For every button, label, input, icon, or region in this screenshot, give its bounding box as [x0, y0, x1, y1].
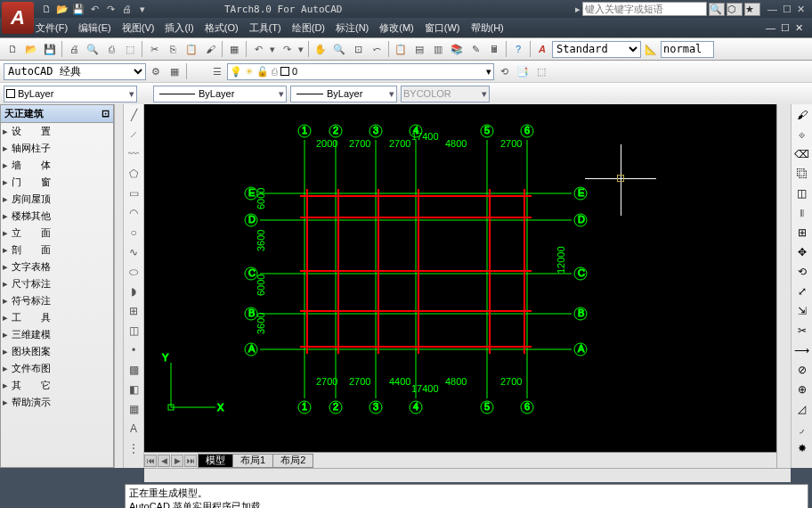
dcenter-icon[interactable]: ▤: [410, 40, 428, 58]
app-logo[interactable]: A: [2, 2, 34, 34]
tree-item[interactable]: ▸门 窗: [1, 174, 113, 191]
spline-icon[interactable]: ∿: [125, 243, 142, 261]
pline-icon[interactable]: 〰: [125, 145, 142, 163]
quickcalc-icon[interactable]: 🖩: [485, 40, 503, 58]
save-icon[interactable]: 💾: [71, 2, 85, 16]
rect-icon[interactable]: ▭: [125, 184, 142, 202]
tab-layout1[interactable]: 布局1: [232, 454, 273, 468]
minimize-button[interactable]: —: [767, 4, 777, 15]
zoom-rt-icon[interactable]: 🔍: [330, 40, 348, 58]
layer-state-icon[interactable]: 📑: [514, 62, 532, 80]
layer-props-icon[interactable]: ☰: [208, 62, 226, 80]
layer-iso-icon[interactable]: ⬚: [532, 62, 550, 80]
xline-icon[interactable]: ⟋: [125, 126, 142, 143]
fillet-icon[interactable]: ◞: [793, 420, 811, 438]
line-icon[interactable]: ╱: [125, 106, 142, 124]
canvas-vscroll[interactable]: [776, 104, 791, 468]
menu-dim[interactable]: 标注(N): [336, 21, 369, 35]
pan-icon[interactable]: ✋: [312, 40, 329, 58]
maximize-button[interactable]: ☐: [783, 4, 792, 15]
array-icon[interactable]: ⊞: [793, 224, 811, 242]
region-icon[interactable]: ◧: [125, 381, 142, 398]
drawing-canvas[interactable]: Y X: [144, 104, 776, 452]
scale-icon[interactable]: ⤢: [793, 283, 811, 300]
menu-file[interactable]: 文件(F): [36, 21, 68, 35]
doc-maximize-button[interactable]: ☐: [781, 22, 790, 34]
point-icon[interactable]: •: [125, 341, 142, 359]
hatch-icon[interactable]: ▩: [125, 361, 142, 379]
undo-dd-icon[interactable]: ▾: [268, 40, 277, 58]
search-input[interactable]: [582, 2, 707, 16]
dim-style-combo[interactable]: [661, 41, 714, 58]
menu-edit[interactable]: 编辑(E): [78, 21, 111, 35]
menu-help[interactable]: 帮助(H): [471, 21, 504, 35]
menu-tools[interactable]: 工具(T): [249, 21, 281, 35]
tab-next-icon[interactable]: ▶: [171, 455, 183, 467]
3ddwf-icon[interactable]: ⬚: [121, 40, 139, 58]
menu-modify[interactable]: 修改(M): [379, 21, 414, 35]
new-icon[interactable]: 🗋: [39, 2, 53, 16]
tree-item[interactable]: ▸房间屋顶: [1, 191, 113, 208]
print-icon[interactable]: 🖨: [119, 2, 134, 16]
text-style-combo[interactable]: Standard: [552, 41, 641, 58]
move-icon[interactable]: ✥: [793, 243, 811, 261]
copy-icon[interactable]: ⎘: [164, 40, 182, 58]
arc-icon[interactable]: ◠: [125, 204, 142, 222]
mtext-icon[interactable]: A: [125, 420, 142, 438]
tree-item[interactable]: ▸墙 体: [1, 157, 113, 174]
tree-item[interactable]: ▸尺寸标注: [1, 275, 113, 292]
menu-format[interactable]: 格式(O): [205, 21, 239, 35]
command-line[interactable]: 正在重生成模型。 AutoCAD 菜单实用程序已加载: [125, 484, 808, 508]
doc-minimize-button[interactable]: —: [766, 22, 775, 34]
infocenter-icon[interactable]: ⬡: [727, 3, 743, 16]
tree-item[interactable]: ▸剖 面: [1, 242, 113, 258]
tree-item[interactable]: ▸楼梯其他: [1, 208, 113, 225]
offset-icon[interactable]: ⫴: [793, 204, 811, 222]
many-icon[interactable]: ⋮: [125, 439, 142, 457]
ws-settings-icon[interactable]: ⚙: [147, 62, 165, 80]
panel-scrollbar[interactable]: [114, 104, 123, 468]
plot-preview-icon[interactable]: 🔍: [84, 40, 102, 58]
tab-last-icon[interactable]: ⏭: [184, 455, 197, 467]
break-icon[interactable]: ⊘: [793, 361, 811, 379]
menu-window[interactable]: 窗口(W): [425, 21, 460, 35]
properties-icon[interactable]: 📋: [392, 40, 410, 58]
menu-view[interactable]: 视图(V): [122, 21, 155, 35]
tool-pal-icon[interactable]: ▥: [429, 40, 447, 58]
trim-icon[interactable]: ✂: [793, 322, 811, 340]
layer-prev-icon[interactable]: ⟲: [495, 62, 513, 80]
menu-draw[interactable]: 绘图(D): [292, 21, 325, 35]
polygon-icon[interactable]: ⬠: [125, 165, 142, 183]
tree-item[interactable]: ▸文字表格: [1, 258, 113, 275]
block-icon[interactable]: ◫: [125, 322, 142, 340]
undo-icon[interactable]: ↶: [249, 40, 267, 58]
redo-dd-icon[interactable]: ▾: [296, 40, 305, 58]
tab-model[interactable]: 模型: [198, 454, 233, 468]
open-icon[interactable]: 📂: [22, 40, 40, 58]
redo-icon[interactable]: ↷: [278, 40, 296, 58]
tree-item[interactable]: ▸符号标注: [1, 292, 113, 309]
join-icon[interactable]: ⊕: [793, 381, 811, 398]
print-icon[interactable]: 🖨: [65, 40, 83, 58]
help-icon[interactable]: ?: [509, 40, 527, 58]
chamfer-icon[interactable]: ◿: [793, 400, 811, 418]
tab-first-icon[interactable]: ⏮: [144, 455, 157, 467]
canvas-hscroll[interactable]: [144, 468, 791, 482]
workspace-combo[interactable]: AutoCAD 经典: [4, 63, 146, 80]
ws-tool-icon[interactable]: ▦: [166, 62, 183, 80]
layer-combo[interactable]: 💡 ☀ 🔓 ⎙ 0 ▾: [227, 63, 494, 80]
qat-dropdown-icon[interactable]: ▾: [135, 2, 150, 16]
rotate-icon[interactable]: ⟲: [793, 263, 811, 281]
ellipse-arc-icon[interactable]: ◗: [125, 283, 142, 300]
tab-prev-icon[interactable]: ◀: [158, 455, 170, 467]
search-icon[interactable]: 🔍: [709, 3, 725, 16]
lineweight-combo[interactable]: ByLayer▾: [290, 86, 397, 102]
undo-icon[interactable]: ↶: [87, 2, 102, 16]
save-icon[interactable]: 💾: [41, 40, 59, 58]
circle-icon[interactable]: ○: [125, 224, 142, 242]
erase-icon[interactable]: ⌫: [793, 145, 811, 163]
tree-item[interactable]: ▸工 具: [1, 309, 113, 326]
linetype-combo[interactable]: ByLayer▾: [153, 86, 287, 102]
stretch-icon[interactable]: ⇲: [793, 302, 811, 320]
tree-item[interactable]: ▸帮助演示: [1, 394, 113, 411]
